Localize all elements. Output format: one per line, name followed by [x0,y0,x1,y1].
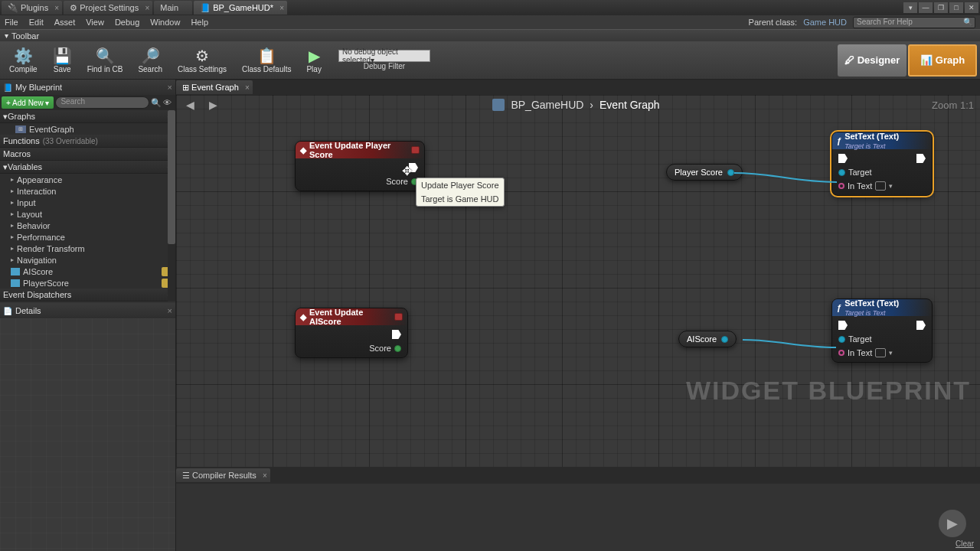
menu-help[interactable]: Help [191,18,208,27]
graph-mode-button[interactable]: 📊Graph [908,44,977,77]
item-eventgraph[interactable]: ⊞EventGraph [0,123,175,135]
cat-event-dispatchers[interactable]: Event Dispatchers+ [0,289,175,302]
menu-file[interactable]: File [5,18,18,27]
cat-functions[interactable]: Functions(33 Overridable)+ [0,135,175,148]
chevron-down-icon[interactable]: ▾ [889,349,893,357]
parent-class-link[interactable]: Game HUD [803,18,847,27]
close-icon[interactable]: × [168,306,172,315]
item-aiscore[interactable]: AIScore [0,266,175,277]
custom-event-icon [394,313,403,321]
var-out-pin[interactable] [727,169,734,176]
item-interaction[interactable]: ▸Interaction [0,185,175,197]
help-search-input[interactable]: Search For Help [853,17,975,28]
tab-bp-gamehud[interactable]: 📘 BP_GameHUD*× [194,1,287,15]
node-var-aiscore[interactable]: AIScore [678,331,737,347]
debug-object-select[interactable]: No debug object selected▾ [338,50,430,62]
eye-icon[interactable]: 👁 [163,98,174,107]
exec-in-pin[interactable] [838,321,848,330]
target-pin[interactable]: Target [838,168,872,177]
item-input[interactable]: ▸Input [0,197,175,208]
restore-button[interactable]: ❐ [934,2,948,13]
item-layout[interactable]: ▸Layout [0,208,175,220]
item-behavior[interactable]: ▸Behavior [0,220,175,231]
play-button[interactable]: ▶Play [300,44,327,77]
target-pin[interactable]: Target [838,334,872,344]
node-header: ƒSetText (Text)Target is Text [832,299,932,316]
node-settext-1[interactable]: ƒSetText (Text)Target is Text Target In … [831,132,933,196]
menu-asset[interactable]: Asset [54,18,76,27]
node-var-player-score[interactable]: Player Score [666,164,743,181]
graph-nav: ◀ ▶ BP_GameHUD › Event Graph Zoom 1:1 [176,95,980,115]
search-icon[interactable]: 🔍 [151,98,162,108]
compile-button[interactable]: ⚙️Compile [3,44,44,77]
minimize-button[interactable]: — [919,2,933,13]
defaults-icon: 📋 [257,47,276,65]
tab-project-settings[interactable]: ⚙ Project Settings× [64,1,152,15]
close-icon[interactable]: × [54,4,59,12]
panel-search-row: + Add New ▾ Search 🔍 👁 [0,95,175,110]
cat-graphs[interactable]: ▾Graphs+ [0,110,175,123]
intext-pin[interactable]: In Text▾ [838,181,893,191]
variable-icon [11,279,20,287]
close-button[interactable]: ✕ [965,2,978,13]
close-icon[interactable]: × [279,4,284,12]
item-navigation[interactable]: ▸Navigation [0,254,175,266]
close-icon[interactable]: × [145,4,149,12]
exec-in-pin[interactable] [838,154,848,163]
scrollbar[interactable] [168,110,175,302]
item-performance[interactable]: ▸Performance [0,231,175,243]
cat-macros[interactable]: Macros+ [0,148,175,161]
nav-back-button[interactable]: ◀ [182,97,198,112]
crumb-root[interactable]: BP_GameHUD [511,99,583,111]
exec-out-pin[interactable] [916,321,926,330]
clear-button[interactable]: Clear [956,540,974,548]
intext-pin[interactable]: In Text▾ [838,348,893,357]
tab-compiler-results[interactable]: ☰ Compiler Results× [176,468,270,482]
tab-my-blueprint[interactable]: 📘My Blueprint× [0,80,175,95]
graph-canvas[interactable]: ◀ ▶ BP_GameHUD › Event Graph Zoom 1:1 ◆E… [176,95,980,467]
score-out-pin[interactable]: Score [369,344,401,353]
node-event-update-aiscore[interactable]: ◆Event Update AIScore Score [295,308,408,358]
save-button[interactable]: 💾Save [47,44,78,77]
maximize-button[interactable]: □ [949,2,963,13]
node-settext-2[interactable]: ƒSetText (Text)Target is Text Target In … [831,298,933,363]
item-appearance[interactable]: ▸Appearance [0,174,175,185]
find-in-cb-button[interactable]: 🔍Find in CB [81,44,129,77]
debug-filter-label: Debug Filter [364,62,405,70]
variable-icon [11,268,20,276]
chevron-right-icon: › [590,99,593,111]
play-overlay-icon[interactable]: ▶ [939,510,966,537]
watermark-label: WIDGET BLUEPRINT [686,376,971,406]
class-settings-button[interactable]: ⚙Class Settings [172,44,233,77]
chevron-down-icon[interactable]: ▾ [889,182,893,190]
menu-debug[interactable]: Debug [115,18,139,27]
exec-out-pin[interactable] [916,154,926,163]
toolbar-strip[interactable]: ▾ Toolbar [0,29,980,41]
menu-view[interactable]: View [86,18,104,27]
dropdown-icon[interactable]: ▾ [903,2,917,13]
parent-class-label: Parent class: [749,18,798,27]
exec-out-pin[interactable] [392,330,401,339]
menu-edit[interactable]: Edit [29,18,44,27]
tab-main[interactable]: Main [154,1,192,15]
close-icon[interactable]: × [168,83,172,92]
my-blueprint-search[interactable]: Search [55,96,149,109]
center-area: ⊞ Event Graph× ◀ ▶ BP_GameHUD › Event Gr… [176,80,980,551]
menu-window[interactable]: Window [150,18,180,27]
nav-fwd-button[interactable]: ▶ [205,97,220,112]
item-playerscore[interactable]: PlayerScore [0,277,175,289]
tab-event-graph[interactable]: ⊞ Event Graph× [176,80,253,94]
var-out-pin[interactable] [721,336,728,343]
search-button[interactable]: 🔎Search [132,44,168,77]
cat-variables[interactable]: ▾Variables+ [0,161,175,174]
item-render-transform[interactable]: ▸Render Transform [0,243,175,254]
details-panel [0,318,175,551]
add-new-button[interactable]: + Add New ▾ [2,96,54,109]
close-icon[interactable]: × [245,83,250,92]
tab-details[interactable]: 📄Details× [0,303,175,318]
chevron-down-icon: ▾ [5,31,8,40]
close-icon[interactable]: × [263,471,267,480]
class-defaults-button[interactable]: 📋Class Defaults [236,44,297,77]
designer-mode-button[interactable]: 🖊Designer [838,44,906,77]
tab-plugins[interactable]: 🔌 Plugins× [2,1,62,15]
